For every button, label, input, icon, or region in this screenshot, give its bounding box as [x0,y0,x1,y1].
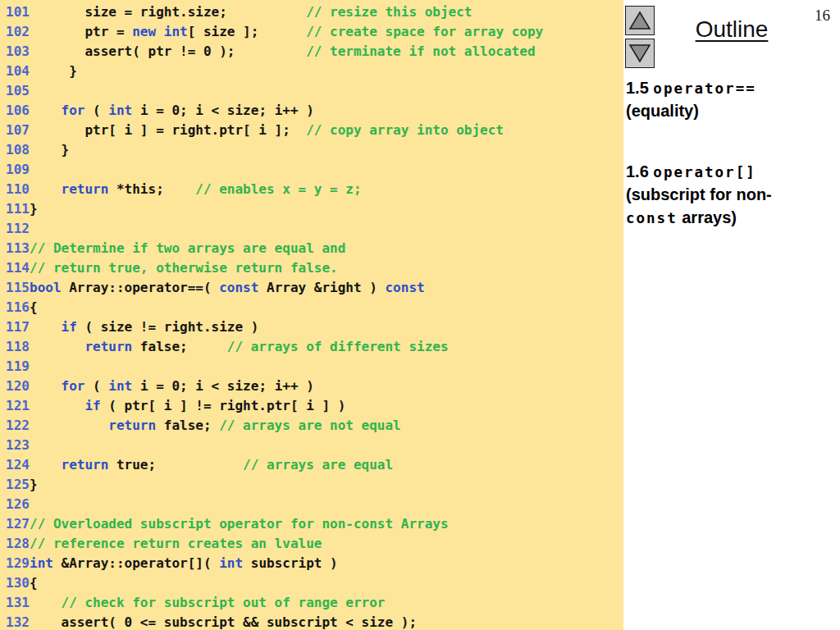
outline-item: 1.5 operator==(equality) [626,77,805,123]
code-line: 123 [6,436,623,455]
code-panel: 101 size = right.size; // resize this ob… [0,0,623,630]
code-line: 102 ptr = new int[ size ]; // create spa… [6,22,623,42]
code-line: 115bool Array::operator==( const Array &… [6,278,623,298]
code-lines: 101 size = right.size; // resize this ob… [0,0,623,630]
code-line: 103 assert( ptr != 0 ); // terminate if … [6,42,623,62]
code-line: 112 [6,219,623,239]
code-line: 124 return true; // arrays are equal [6,455,623,475]
code-line: 118 return false; // arrays of different… [6,337,623,357]
code-line: 111} [6,199,623,219]
code-line: 132 assert( 0 <= subscript && subscript … [6,613,623,630]
code-line: 119 [6,357,623,377]
code-line: 121 if ( ptr[ i ] != right.ptr[ i ] ) [6,396,623,416]
code-line: 109 [6,160,623,180]
code-line: 129int &Array::operator[]( int subscript… [6,554,623,573]
outline-sidebar: 16 Outline 1.5 operator==(equality)1.6 o… [623,0,840,630]
code-line: 128// reference return creates an lvalue [6,534,623,554]
outline-item: 1.6 operator[](subscript for non-const a… [626,161,805,230]
code-line: 116{ [6,298,623,317]
code-line: 114// return true, otherwise return fals… [6,258,623,278]
code-line: 120 for ( int i = 0; i < size; i++ ) [6,377,623,396]
outline-title: Outline [623,16,840,43]
code-line: 127// Overloaded subscript operator for … [6,514,623,534]
down-arrow-icon [628,43,651,63]
code-line: 117 if ( size != right.size ) [6,317,623,337]
code-line: 110 return *this; // enables x = y = z; [6,180,623,199]
code-line: 113// Determine if two arrays are equal … [6,239,623,258]
code-line: 105 [6,81,623,101]
code-line: 106 for ( int i = 0; i < size; i++ ) [6,101,623,121]
code-line: 108 } [6,140,623,160]
outline-items: 1.5 operator==(equality)1.6 operator[](s… [626,77,805,230]
slide: 101 size = right.size; // resize this ob… [0,0,840,630]
code-line: 130{ [6,573,623,593]
code-line: 125} [6,475,623,495]
code-line: 122 return false; // arrays are not equa… [6,416,623,436]
scroll-down-button[interactable] [625,39,655,68]
code-line: 104 } [6,62,623,81]
code-line: 126 [6,495,623,514]
code-line: 107 ptr[ i ] = right.ptr[ i ]; // copy a… [6,121,623,140]
code-line: 131 // check for subscript out of range … [6,593,623,613]
code-line: 101 size = right.size; // resize this ob… [6,2,623,22]
